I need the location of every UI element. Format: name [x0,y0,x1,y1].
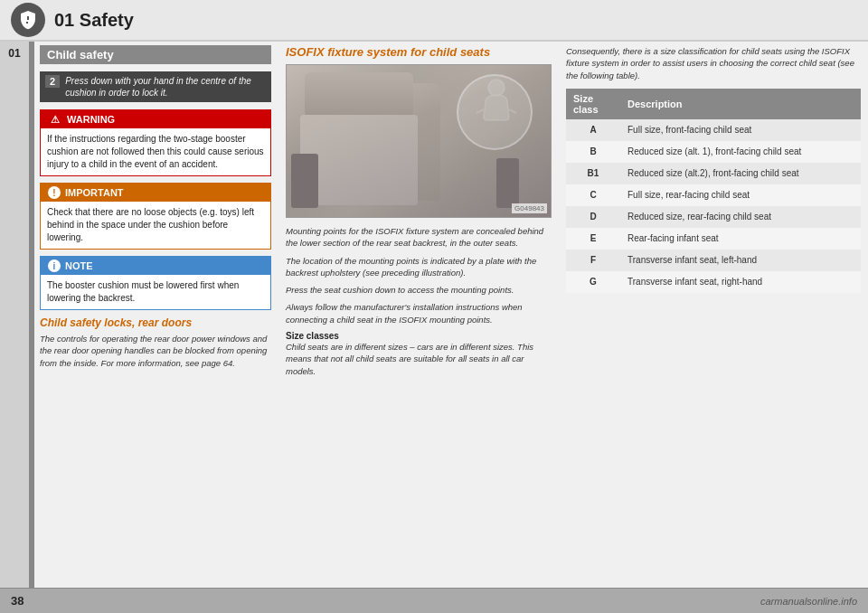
page-title: 01 Safety [54,10,134,31]
note-body: The booster cushion must be lowered firs… [41,275,270,309]
table-row: DReduced size, rear-facing child seat [566,206,861,228]
table-body: AFull size, front-facing child seatBRedu… [566,119,861,293]
size-cell: E [566,228,620,250]
description-cell: Full size, front-facing child seat [620,119,861,141]
right-intro: Consequently, there is a size classifica… [566,45,861,81]
warning-triangle-icon: ⚠ [48,113,62,126]
col-description: Description [620,89,861,119]
isofix-text3: Press the seat cushion down to access th… [286,284,552,296]
note-icon: i [48,259,61,272]
step-number: 2 [45,75,60,88]
warning-header: ⚠ WARNING [41,110,270,128]
note-label: NOTE [65,260,93,271]
important-icon: ! [48,186,61,199]
image-label: G049843 [512,203,547,213]
size-cell: F [566,250,620,271]
size-class-table: Size class Description AFull size, front… [566,89,861,293]
step-2-box: 2 Press down with your hand in the centr… [40,71,271,102]
page-header: 01 Safety [0,0,868,42]
size-cell: G [566,271,620,293]
car-seat-image: G049843 [286,64,552,218]
size-cell: C [566,184,620,206]
child-safety-locks-heading: Child safety locks, rear doors [40,316,271,329]
table-row: FTransverse infant seat, left-hand [566,250,861,271]
shield-icon [17,9,39,31]
svg-point-0 [488,80,505,96]
child-safety-locks-body: The controls for operating the rear door… [40,333,271,369]
note-header: i NOTE [41,257,270,275]
important-header: ! IMPORTANT [41,184,270,202]
isofix-heading: ISOFIX fixture system for child seats [286,45,552,59]
isofix-text2: The location of the mounting points is i… [286,255,552,279]
warning-body: If the instructions regarding the two-st… [41,128,270,175]
important-body: Check that there are no loose objects (e… [41,202,270,249]
watermark: carmanualsonline.info [760,596,857,607]
middle-column: ISOFIX fixture system for child seats G0… [278,42,559,588]
child-seat-icon [465,72,528,136]
important-label: IMPORTANT [65,187,124,198]
size-cell: A [566,119,620,141]
warning-label: WARNING [67,114,115,125]
description-cell: Transverse infant seat, right-hand [620,271,861,293]
isofix-text1: Mounting points for the ISOFIX fixture s… [286,225,552,250]
page-footer: 38 carmanualsonline.info [0,588,868,613]
description-cell: Reduced size (alt. 1), front-facing chil… [620,141,861,163]
note-box: i NOTE The booster cushion must be lower… [40,256,271,310]
section-number: 01 [0,42,29,588]
size-cell: B [566,141,620,163]
size-cell: B1 [566,163,620,184]
table-row: BReduced size (alt. 1), front-facing chi… [566,141,861,163]
description-cell: Full size, rear-facing child seat [620,184,861,206]
description-cell: Reduced size (alt.2), front-facing child… [620,163,861,184]
col-size-class: Size class [566,89,620,119]
safety-icon [11,3,45,37]
important-box: ! IMPORTANT Check that there are no loos… [40,183,271,250]
table-row: AFull size, front-facing child seat [566,119,861,141]
size-cell: D [566,206,620,228]
description-cell: Rear-facing infant seat [620,228,861,250]
left-column: Child safety 2 Press down with your hand… [34,42,278,588]
page-number: 38 [11,594,24,608]
svg-line-2 [509,109,516,113]
isofix-text4: Always follow the manufacturer's install… [286,301,552,325]
svg-line-1 [476,109,484,113]
warning-box: ⚠ WARNING If the instructions regarding … [40,109,271,176]
description-cell: Reduced size, rear-facing child seat [620,206,861,228]
right-column: Consequently, there is a size classifica… [559,42,868,588]
child-in-seat-icon [469,77,524,131]
table-row: B1Reduced size (alt.2), front-facing chi… [566,163,861,184]
size-classes-heading: Size classes [286,331,552,341]
step-text: Press down with your hand in the centre … [65,75,266,99]
table-row: GTransverse infant seat, right-hand [566,271,861,293]
table-row: ERear-facing infant seat [566,228,861,250]
description-cell: Transverse infant seat, left-hand [620,250,861,271]
main-content: 01 Child safety 2 Press down with your h… [0,42,868,588]
table-header-row: Size class Description [566,89,861,119]
size-classes-body: Child seats are in different sizes – car… [286,341,552,377]
section-heading: Child safety [40,45,271,64]
table-row: CFull size, rear-facing child seat [566,184,861,206]
